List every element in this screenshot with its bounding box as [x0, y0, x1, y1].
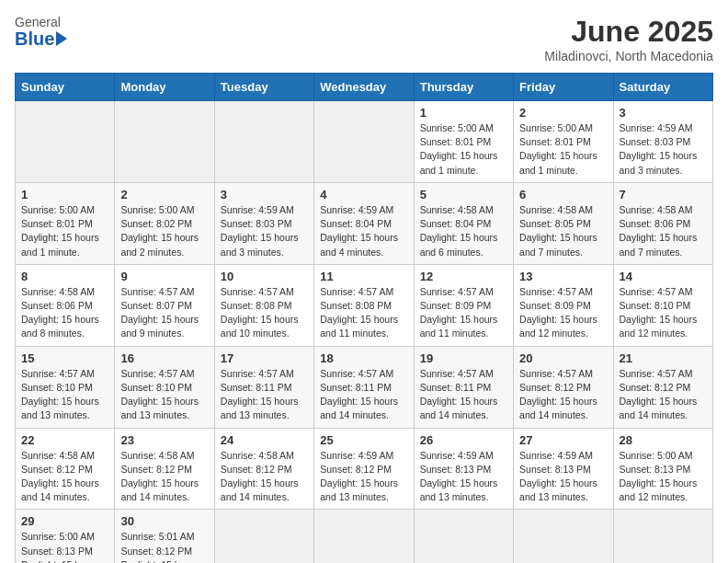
calendar-cell: 5Sunrise: 4:58 AM Sunset: 8:04 PM Daylig… [414, 182, 513, 264]
day-number: 27 [519, 433, 607, 447]
day-number: 1 [420, 106, 507, 120]
calendar-cell: 14Sunrise: 4:57 AM Sunset: 8:10 PM Dayli… [613, 264, 712, 346]
day-number: 6 [519, 188, 607, 201]
day-number: 14 [620, 270, 707, 283]
day-number: 24 [221, 433, 308, 447]
day-number: 28 [620, 433, 707, 447]
day-detail: Sunrise: 4:57 AM Sunset: 8:07 PM Dayligh… [120, 285, 208, 341]
calendar-cell: 1Sunrise: 5:00 AM Sunset: 8:01 PM Daylig… [414, 101, 513, 183]
day-detail: Sunrise: 4:59 AM Sunset: 8:04 PM Dayligh… [320, 203, 407, 259]
day-detail: Sunrise: 4:57 AM Sunset: 8:09 PM Dayligh… [420, 285, 507, 341]
day-detail: Sunrise: 4:57 AM Sunset: 8:08 PM Dayligh… [320, 285, 407, 341]
day-detail: Sunrise: 4:58 AM Sunset: 8:12 PM Dayligh… [21, 449, 108, 505]
week-row-4: 22Sunrise: 4:58 AM Sunset: 8:12 PM Dayli… [16, 428, 713, 510]
day-number: 3 [221, 188, 308, 201]
day-detail: Sunrise: 5:00 AM Sunset: 8:01 PM Dayligh… [519, 121, 607, 178]
calendar-cell: 23Sunrise: 4:58 AM Sunset: 8:12 PM Dayli… [115, 428, 214, 510]
calendar-cell [16, 101, 115, 183]
calendar-cell: 21Sunrise: 4:57 AM Sunset: 8:12 PM Dayli… [613, 346, 712, 428]
day-detail: Sunrise: 5:00 AM Sunset: 8:02 PM Dayligh… [120, 203, 208, 259]
day-detail: Sunrise: 4:58 AM Sunset: 8:06 PM Dayligh… [21, 285, 108, 341]
calendar-cell: 2Sunrise: 5:00 AM Sunset: 8:02 PM Daylig… [115, 182, 214, 264]
calendar-cell: 26Sunrise: 4:59 AM Sunset: 8:13 PM Dayli… [414, 428, 513, 510]
header-day-tuesday: Tuesday [214, 74, 313, 101]
day-detail: Sunrise: 5:00 AM Sunset: 8:01 PM Dayligh… [420, 121, 507, 178]
day-number: 11 [320, 270, 407, 283]
month-title: June 2025 [544, 15, 713, 49]
day-number: 16 [120, 351, 208, 365]
day-number: 9 [120, 270, 208, 283]
calendar-cell: 12Sunrise: 4:57 AM Sunset: 8:09 PM Dayli… [414, 264, 513, 346]
day-number: 18 [320, 351, 407, 365]
day-detail: Sunrise: 4:57 AM Sunset: 8:10 PM Dayligh… [620, 285, 707, 341]
day-number: 3 [620, 106, 707, 120]
calendar-cell: 2Sunrise: 5:00 AM Sunset: 8:01 PM Daylig… [514, 101, 613, 183]
week-row-2: 8Sunrise: 4:58 AM Sunset: 8:06 PM Daylig… [16, 264, 713, 346]
day-detail: Sunrise: 4:58 AM Sunset: 8:12 PM Dayligh… [221, 449, 308, 505]
calendar-cell: 20Sunrise: 4:57 AM Sunset: 8:12 PM Dayli… [514, 346, 613, 428]
day-number: 22 [21, 433, 108, 447]
day-detail: Sunrise: 4:58 AM Sunset: 8:06 PM Dayligh… [620, 203, 707, 259]
day-number: 20 [519, 351, 607, 365]
calendar-cell: 29Sunrise: 5:00 AM Sunset: 8:13 PM Dayli… [16, 510, 115, 563]
day-detail: Sunrise: 4:59 AM Sunset: 8:03 PM Dayligh… [221, 203, 308, 259]
day-number: 21 [620, 351, 707, 365]
calendar-cell: 25Sunrise: 4:59 AM Sunset: 8:12 PM Dayli… [314, 428, 414, 510]
header-day-sunday: Sunday [16, 74, 115, 101]
day-number: 26 [420, 433, 507, 447]
calendar-cell: 11Sunrise: 4:57 AM Sunset: 8:08 PM Dayli… [314, 264, 414, 346]
day-number: 10 [221, 270, 308, 283]
day-number: 2 [519, 106, 607, 120]
day-detail: Sunrise: 4:57 AM Sunset: 8:11 PM Dayligh… [221, 367, 308, 423]
day-number: 17 [221, 351, 308, 365]
day-number: 19 [420, 351, 507, 365]
day-detail: Sunrise: 4:59 AM Sunset: 8:12 PM Dayligh… [320, 449, 407, 505]
calendar-cell: 13Sunrise: 4:57 AM Sunset: 8:09 PM Dayli… [514, 264, 613, 346]
calendar-cell: 30Sunrise: 5:01 AM Sunset: 8:12 PM Dayli… [115, 510, 214, 563]
calendar-cell: 24Sunrise: 4:58 AM Sunset: 8:12 PM Dayli… [214, 428, 313, 510]
week-row-3: 15Sunrise: 4:57 AM Sunset: 8:10 PM Dayli… [16, 346, 713, 428]
day-detail: Sunrise: 5:00 AM Sunset: 8:13 PM Dayligh… [21, 530, 108, 563]
day-detail: Sunrise: 4:59 AM Sunset: 8:13 PM Dayligh… [519, 449, 607, 505]
day-detail: Sunrise: 4:57 AM Sunset: 8:11 PM Dayligh… [420, 367, 507, 423]
header-row: SundayMondayTuesdayWednesdayThursdayFrid… [16, 74, 713, 101]
day-detail: Sunrise: 5:01 AM Sunset: 8:12 PM Dayligh… [120, 530, 208, 563]
week-row-0: 1Sunrise: 5:00 AM Sunset: 8:01 PM Daylig… [16, 101, 713, 183]
header-day-monday: Monday [115, 74, 214, 101]
calendar-cell: 15Sunrise: 4:57 AM Sunset: 8:10 PM Dayli… [16, 346, 115, 428]
logo-blue-text: Blue [15, 29, 67, 48]
day-number: 4 [320, 188, 407, 201]
week-row-5: 29Sunrise: 5:00 AM Sunset: 8:13 PM Dayli… [16, 510, 713, 563]
calendar-cell: 10Sunrise: 4:57 AM Sunset: 8:08 PM Dayli… [214, 264, 313, 346]
day-detail: Sunrise: 4:57 AM Sunset: 8:12 PM Dayligh… [519, 367, 607, 423]
day-number: 8 [21, 270, 108, 283]
header: General Blue June 2025 Miladinovci, Nort… [15, 15, 713, 63]
day-detail: Sunrise: 4:58 AM Sunset: 8:05 PM Dayligh… [519, 203, 607, 259]
calendar-cell [115, 101, 214, 183]
day-detail: Sunrise: 4:57 AM Sunset: 8:11 PM Dayligh… [320, 367, 407, 423]
day-detail: Sunrise: 4:58 AM Sunset: 8:12 PM Dayligh… [120, 449, 208, 505]
calendar-cell: 7Sunrise: 4:58 AM Sunset: 8:06 PM Daylig… [613, 182, 712, 264]
calendar-cell: 6Sunrise: 4:58 AM Sunset: 8:05 PM Daylig… [514, 182, 613, 264]
calendar-cell: 9Sunrise: 4:57 AM Sunset: 8:07 PM Daylig… [115, 264, 214, 346]
day-number: 12 [420, 270, 507, 283]
calendar-cell: 27Sunrise: 4:59 AM Sunset: 8:13 PM Dayli… [514, 428, 613, 510]
calendar-cell: 17Sunrise: 4:57 AM Sunset: 8:11 PM Dayli… [214, 346, 313, 428]
calendar-cell: 16Sunrise: 4:57 AM Sunset: 8:10 PM Dayli… [115, 346, 214, 428]
header-day-friday: Friday [514, 74, 613, 101]
day-number: 13 [519, 270, 607, 283]
day-number: 30 [120, 514, 208, 528]
calendar-cell: 8Sunrise: 4:58 AM Sunset: 8:06 PM Daylig… [16, 264, 115, 346]
day-number: 2 [120, 188, 208, 201]
day-number: 15 [21, 351, 108, 365]
title-area: June 2025 Miladinovci, North Macedonia [544, 15, 713, 63]
calendar-cell [314, 101, 414, 183]
day-number: 25 [320, 433, 407, 447]
header-day-saturday: Saturday [613, 74, 712, 101]
logo-general-text: General [15, 15, 67, 29]
day-detail: Sunrise: 4:57 AM Sunset: 8:10 PM Dayligh… [21, 367, 108, 423]
day-number: 29 [21, 514, 108, 528]
day-detail: Sunrise: 4:57 AM Sunset: 8:09 PM Dayligh… [519, 285, 607, 341]
day-number: 7 [620, 188, 707, 201]
day-detail: Sunrise: 4:58 AM Sunset: 8:04 PM Dayligh… [420, 203, 507, 259]
